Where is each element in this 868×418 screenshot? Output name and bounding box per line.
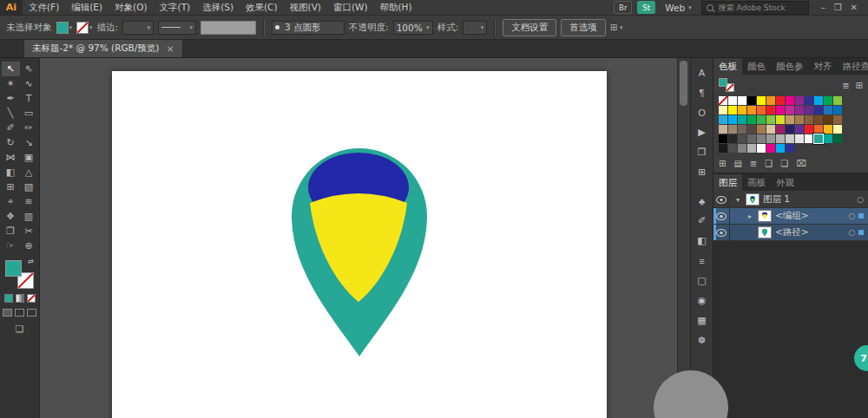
menubar-item[interactable]: 窗口(W) — [327, 0, 374, 15]
swatch[interactable] — [738, 96, 746, 105]
target-circle-icon[interactable]: ○ — [848, 228, 855, 237]
document-setup-button[interactable]: 文档设置 — [503, 19, 556, 36]
variable-width-profile-dropdown[interactable]: ▾ — [201, 21, 256, 35]
panel-tab[interactable]: 画板 — [742, 174, 771, 191]
swatch[interactable] — [824, 96, 832, 105]
panel-tab[interactable]: 图层 — [713, 174, 742, 191]
type-tool[interactable]: T — [20, 91, 38, 106]
appearance-panel-icon[interactable]: ▢ — [693, 271, 712, 291]
symbols-panel-icon[interactable]: ♣ — [693, 191, 712, 211]
blend-tool[interactable]: ≋ — [20, 194, 38, 209]
panel-tab[interactable]: 外观 — [771, 174, 799, 191]
swatch[interactable] — [824, 106, 832, 114]
menubar-item[interactable]: 文件(F) — [23, 0, 65, 15]
panel-tab[interactable]: 路径查 — [838, 58, 868, 75]
swatch[interactable] — [795, 134, 804, 143]
gradient-panel-icon[interactable]: ◧ — [693, 231, 712, 251]
menubar-item[interactable]: 视图(V) — [284, 0, 327, 15]
chevron-right-icon[interactable]: ▸ — [746, 212, 754, 220]
swatch[interactable] — [786, 115, 794, 124]
swatch[interactable] — [719, 144, 727, 153]
line-segment-tool[interactable]: ╲ — [2, 106, 20, 121]
shape-builder-tool[interactable]: ◧ — [2, 165, 20, 180]
navigator-panel-icon[interactable]: ◉ — [693, 291, 712, 310]
artboard[interactable] — [112, 71, 607, 418]
opacity-dropdown[interactable]: 100% ▾ — [393, 21, 433, 35]
swatch[interactable] — [738, 106, 746, 114]
swatch[interactable] — [738, 115, 746, 124]
swatch[interactable] — [766, 115, 775, 124]
slice-tool[interactable]: ✂ — [20, 224, 38, 238]
swatch[interactable] — [728, 134, 737, 143]
layer-name[interactable]: 图层 1 — [763, 193, 853, 206]
style-dropdown[interactable]: ▾ — [463, 21, 487, 35]
free-transform-tool[interactable]: ▣ — [20, 150, 38, 165]
symbol-sprayer-tool[interactable]: ❖ — [2, 209, 20, 224]
swatch[interactable] — [795, 106, 804, 114]
character-panel-icon[interactable]: A — [693, 62, 712, 82]
swatch[interactable] — [766, 134, 775, 143]
preferences-button[interactable]: 首选项 — [561, 19, 606, 36]
swatch[interactable] — [824, 115, 832, 124]
paintbrush-tool[interactable]: ✐ — [2, 121, 20, 135]
minimize-button[interactable]: – — [821, 3, 825, 12]
swatch-kinds-icon[interactable]: ▤ — [733, 159, 741, 168]
swatch[interactable] — [833, 96, 842, 105]
swatch[interactable] — [728, 106, 737, 114]
swatch[interactable] — [805, 134, 813, 143]
pen-tool[interactable]: ✒ — [2, 91, 20, 106]
swatch[interactable] — [833, 106, 842, 114]
swatch[interactable] — [766, 106, 775, 114]
swatch[interactable] — [776, 125, 785, 134]
control-options-icon[interactable]: ⊞ — [610, 23, 617, 32]
search-input[interactable] — [717, 3, 799, 13]
swatch[interactable] — [757, 96, 766, 105]
layer-row[interactable]: ▾ 图层 1 ○ — [713, 192, 868, 208]
brushes-panel-icon[interactable]: ✐ — [693, 211, 712, 231]
scale-tool[interactable]: ↘ — [20, 135, 38, 150]
screen-mode-button[interactable]: ❏ — [16, 323, 24, 335]
swatch[interactable] — [747, 96, 756, 105]
rectangle-tool[interactable]: ▭ — [20, 106, 38, 121]
magic-wand-tool[interactable]: ✶ — [2, 76, 20, 91]
swatch[interactable] — [795, 115, 804, 124]
swatch-libraries-icon[interactable]: ⊞ — [719, 159, 726, 168]
swatch[interactable] — [747, 115, 756, 124]
swatch[interactable] — [814, 125, 823, 134]
swatch[interactable] — [728, 115, 737, 124]
new-swatch-icon[interactable]: ❏ — [780, 159, 788, 168]
menubar-item[interactable]: 对象(O) — [108, 0, 153, 15]
swatch[interactable] — [776, 106, 785, 114]
list-view-icon[interactable]: ≣ — [842, 81, 849, 90]
mini-fill-stroke-proxy[interactable] — [719, 78, 734, 92]
opentype-panel-icon[interactable]: O — [693, 102, 712, 122]
stroke-panel-icon[interactable]: ≡ — [693, 251, 712, 271]
rotate-tool[interactable]: ↻ — [2, 135, 20, 150]
swatch[interactable] — [776, 144, 785, 153]
swatch[interactable] — [833, 115, 842, 124]
layer-row[interactable]: ▸ <编组> ○ — [713, 208, 868, 225]
swatch[interactable] — [757, 144, 766, 153]
vertical-scrollbar[interactable] — [677, 58, 690, 418]
stroke-color-control[interactable]: ▾ — [76, 22, 93, 34]
graphic-styles-panel-icon[interactable]: ▦ — [693, 310, 712, 330]
color-button[interactable] — [4, 294, 13, 303]
delete-swatch-icon[interactable]: ⌧ — [796, 159, 806, 168]
swatch[interactable] — [805, 115, 813, 124]
column-graph-tool[interactable]: ▥ — [20, 209, 38, 224]
swatch[interactable] — [805, 96, 813, 105]
width-tool[interactable]: ⋈ — [2, 150, 20, 165]
swatch[interactable] — [776, 134, 785, 143]
none-button[interactable] — [27, 294, 36, 303]
chevron-down-icon[interactable]: ▾ — [733, 196, 742, 204]
swatch[interactable] — [814, 115, 823, 124]
swatch[interactable] — [786, 134, 794, 143]
swatch[interactable] — [738, 144, 746, 153]
swatch[interactable] — [805, 106, 813, 114]
direct-selection-tool[interactable]: ⇖ — [20, 62, 38, 76]
panel-tab[interactable]: 对齐 — [809, 58, 838, 75]
menubar-item[interactable]: 效果(C) — [240, 0, 284, 15]
restore-button[interactable]: ❐ — [834, 3, 842, 12]
close-icon[interactable]: × — [166, 43, 174, 55]
fill-color-proxy[interactable] — [5, 260, 22, 277]
